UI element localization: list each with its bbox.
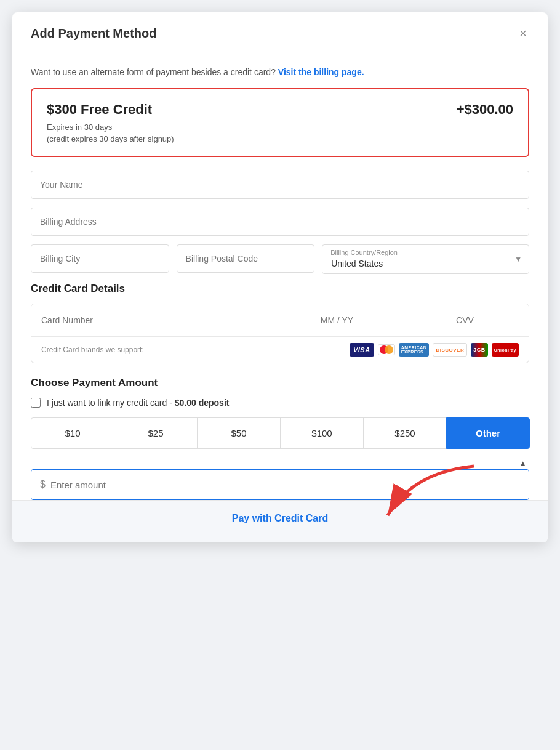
discover-icon: DISCOVER <box>433 343 467 357</box>
chevron-up-wrapper: ▲ <box>31 459 529 469</box>
payment-amount-title: Choose Payment Amount <box>31 377 529 389</box>
credit-expiry: Expires in 30 days <box>47 123 513 132</box>
billing-page-link[interactable]: Visit the billing page. <box>278 67 364 77</box>
custom-amount-input[interactable] <box>50 480 520 490</box>
your-name-input[interactable] <box>31 171 529 199</box>
dollar-sign: $ <box>40 479 46 490</box>
modal-body: Want to use an alternate form of payment… <box>12 52 548 500</box>
card-brand-icons: VISA AMERICANEXPRESS DISCOVER JCB UnionP… <box>350 343 519 357</box>
amount-10-button[interactable]: $10 <box>31 417 114 449</box>
custom-amount-row: $ <box>31 469 529 500</box>
amount-50-button[interactable]: $50 <box>197 417 281 449</box>
alt-payment-text: Want to use an alternate form of payment… <box>31 67 276 77</box>
billing-address-input[interactable] <box>31 208 529 236</box>
billing-city-input[interactable] <box>31 244 169 273</box>
amount-25-button[interactable]: $25 <box>114 417 198 449</box>
billing-country-col: Billing Country/Region United States Can… <box>322 244 529 274</box>
jcb-icon: JCB <box>471 343 488 357</box>
amount-100-button[interactable]: $100 <box>280 417 364 449</box>
billing-location-row: Billing Country/Region United States Can… <box>31 244 529 274</box>
credit-banner-row: $300 Free Credit +$300.00 <box>47 102 513 118</box>
modal-footer: Pay with Credit Card <box>12 500 548 542</box>
add-payment-modal: Add Payment Method × Want to use an alte… <box>12 12 548 542</box>
link-card-label: I just want to link my credit card - $0.… <box>47 398 229 408</box>
visa-icon: VISA <box>350 343 374 357</box>
link-card-row: I just want to link my credit card - $0.… <box>31 398 529 408</box>
card-brands-label: Credit Card brands we support: <box>41 345 144 354</box>
card-brands-row: Credit Card brands we support: VISA AMER… <box>31 337 529 363</box>
card-inputs-row <box>31 304 529 337</box>
custom-amount-wrapper: $ <box>31 469 529 500</box>
close-button[interactable]: × <box>517 25 529 42</box>
link-card-checkbox[interactable] <box>31 398 41 408</box>
chevron-up-icon: ▲ <box>519 459 527 468</box>
pay-with-credit-card-button[interactable]: Pay with Credit Card <box>232 513 328 524</box>
modal-title: Add Payment Method <box>31 26 156 41</box>
billing-city-col <box>31 244 169 274</box>
credit-amount: +$300.00 <box>457 102 513 118</box>
amex-icon: AMERICANEXPRESS <box>399 343 430 357</box>
amount-250-button[interactable]: $250 <box>363 417 447 449</box>
credit-title: $300 Free Credit <box>47 102 152 118</box>
amount-buttons: $10 $25 $50 $100 $250 Other <box>31 417 529 449</box>
unionpay-icon: UnionPay <box>492 343 519 357</box>
amount-other-button[interactable]: Other <box>446 417 530 449</box>
your-name-group <box>31 171 529 199</box>
card-details-box: Credit Card brands we support: VISA AMER… <box>31 304 529 363</box>
billing-postal-input[interactable] <box>177 244 315 273</box>
credit-banner: $300 Free Credit +$300.00 Expires in 30 … <box>31 88 529 157</box>
card-cvv-input[interactable] <box>401 304 529 336</box>
billing-address-group <box>31 208 529 236</box>
link-deposit-amount: $0.00 deposit <box>175 398 230 408</box>
card-details-title: Credit Card Details <box>31 283 529 295</box>
billing-postal-col <box>177 244 315 274</box>
mastercard-icon <box>378 344 395 355</box>
alt-payment-note: Want to use an alternate form of payment… <box>31 67 529 77</box>
modal-header: Add Payment Method × <box>12 12 548 52</box>
billing-country-label: Billing Country/Region <box>330 249 398 256</box>
card-number-input[interactable] <box>31 304 273 336</box>
card-expiry-input[interactable] <box>273 304 401 336</box>
credit-note: (credit expires 30 days after signup) <box>47 134 513 143</box>
